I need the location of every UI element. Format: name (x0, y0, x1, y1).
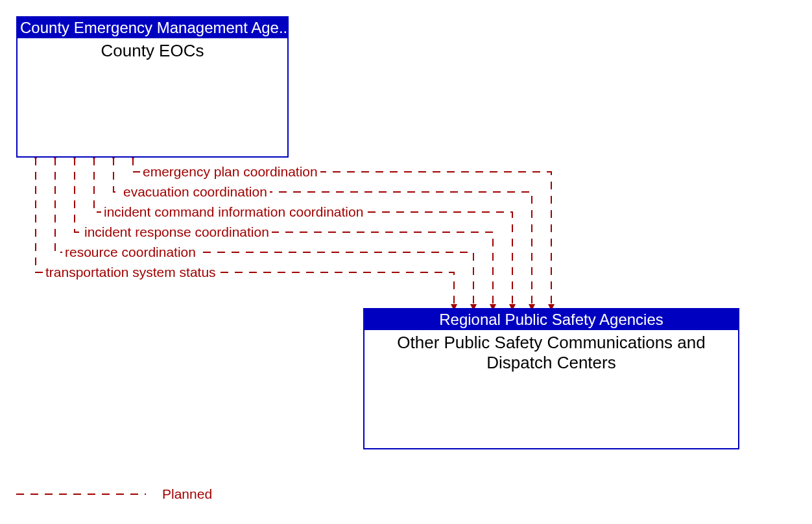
flow-label-emergency-plan-coordination: emergency plan coordination (140, 164, 320, 180)
flow-label-incident-response-coordination: incident response coordination (82, 224, 272, 240)
entity-county-eocs: County Emergency Management Age... Count… (16, 16, 289, 158)
entity-header-county: County Emergency Management Age... (18, 18, 287, 38)
flow-label-transportation-system-status: transportation system status (43, 265, 219, 280)
entity-header-regional: Regional Public Safety Agencies (364, 309, 738, 330)
flow-label-resource-coordination: resource coordination (62, 244, 198, 260)
flow-label-evacuation-coordination: evacuation coordination (121, 184, 270, 200)
entity-body-county: County EOCs (18, 38, 287, 64)
entity-body-regional: Other Public Safety Communications and D… (364, 330, 738, 375)
entity-other-public-safety: Regional Public Safety Agencies Other Pu… (363, 308, 739, 449)
legend-planned-label: Planned (162, 486, 212, 502)
diagram-canvas: County Emergency Management Age... Count… (0, 0, 812, 524)
flow-label-incident-command-information-coordination: incident command information coordinatio… (101, 204, 366, 220)
